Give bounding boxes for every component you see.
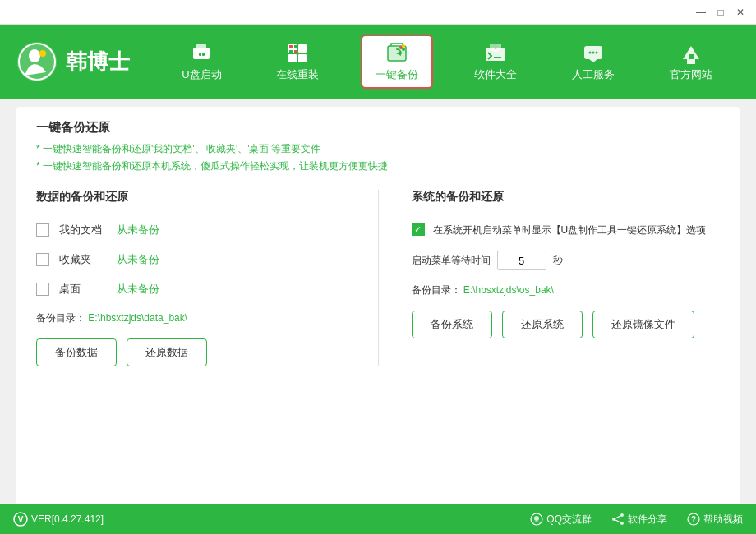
- share-icon: [611, 513, 625, 526]
- svg-marker-28: [589, 59, 597, 62]
- sys-backup-dir-path[interactable]: E:\hbsxtzjds\os_bak\: [463, 284, 554, 296]
- data-backup-dir-path[interactable]: E:\hbsxtzjds\data_bak\: [88, 312, 187, 324]
- data-section: 数据的备份和还原 我的文档 从未备份 收藏夹 从未备份 桌面 从未备份 备份目录…: [36, 190, 345, 366]
- sys-option-text: 在系统开机启动菜单时显示【U盘制作工具一键还原系统】选项: [433, 223, 721, 237]
- nav-tab-udisk-label: U盘启动: [182, 67, 221, 82]
- footer: V VER[0.4.27.412] QQ交流群 软件分享: [0, 504, 756, 534]
- svg-text:V: V: [18, 515, 24, 524]
- checkbox-desktop[interactable]: [36, 283, 49, 296]
- nav-tab-website[interactable]: 官方网站: [657, 36, 726, 87]
- svg-rect-5: [196, 44, 206, 49]
- page-title: 一键备份还原: [36, 120, 720, 136]
- footer-item-help[interactable]: ? 帮助视频: [687, 513, 743, 527]
- nav-tab-reinstall[interactable]: 在线重装: [263, 36, 332, 87]
- desktop-status: 从未备份: [117, 282, 159, 297]
- svg-line-39: [614, 519, 622, 523]
- minimize-button[interactable]: —: [692, 3, 710, 21]
- svg-line-38: [614, 515, 622, 519]
- data-section-title: 数据的备份和还原: [36, 190, 345, 209]
- service-icon: [581, 41, 606, 66]
- nav-tab-backup[interactable]: 一键备份: [361, 35, 433, 89]
- svg-point-25: [589, 52, 592, 54]
- content-area: 数据的备份和还原 我的文档 从未备份 收藏夹 从未备份 桌面 从未备份 备份目录…: [36, 190, 720, 366]
- svg-point-2: [29, 49, 40, 62]
- svg-rect-9: [298, 44, 307, 53]
- desc-line-1: * 一键快速智能备份和还原'我的文档'、'收藏夹'、'桌面'等重要文件: [36, 142, 720, 156]
- data-item-favorites: 收藏夹 从未备份: [36, 252, 345, 267]
- data-btn-row: 备份数据 还原数据: [36, 338, 345, 366]
- svg-point-3: [39, 50, 46, 57]
- section-divider: [378, 190, 379, 366]
- svg-rect-12: [289, 45, 293, 48]
- sys-option-row: ✓ 在系统开机启动菜单时显示【U盘制作工具一键还原系统】选项: [412, 223, 721, 237]
- wait-row: 启动菜单等待时间 秒: [412, 251, 721, 270]
- mydocs-status: 从未备份: [117, 223, 159, 237]
- data-item-mydocs: 我的文档 从未备份: [36, 223, 345, 237]
- udisk-icon: [189, 41, 214, 66]
- maximize-button[interactable]: □: [712, 3, 730, 21]
- svg-rect-13: [294, 45, 297, 48]
- nav-tab-software[interactable]: 软件大全: [461, 36, 530, 87]
- data-item-desktop: 桌面 从未备份: [36, 282, 345, 297]
- nav-tab-service[interactable]: 人工服务: [559, 36, 628, 87]
- checkbox-sys-option[interactable]: ✓: [412, 223, 425, 236]
- svg-text:?: ?: [691, 515, 696, 524]
- nav-tab-website-label: 官方网站: [670, 67, 712, 82]
- version-icon: V: [13, 512, 28, 527]
- share-label: 软件分享: [628, 513, 667, 527]
- footer-version: VER[0.4.27.412]: [31, 513, 104, 525]
- qq-icon: [530, 513, 543, 526]
- backup-data-button[interactable]: 备份数据: [36, 338, 117, 366]
- svg-rect-6: [199, 53, 201, 56]
- svg-point-27: [596, 52, 598, 54]
- nav-tab-service-label: 人工服务: [572, 67, 615, 82]
- sys-section: 系统的备份和还原 ✓ 在系统开机启动菜单时显示【U盘制作工具一键还原系统】选项 …: [412, 190, 721, 366]
- svg-rect-7: [202, 53, 205, 56]
- favorites-status: 从未备份: [117, 252, 159, 267]
- mydocs-label: 我的文档: [59, 223, 108, 237]
- qq-label: QQ交流群: [546, 513, 592, 527]
- backup-sys-button[interactable]: 备份系统: [412, 311, 492, 338]
- sys-section-title: 系统的备份和还原: [412, 190, 721, 209]
- restore-data-button[interactable]: 还原数据: [127, 338, 207, 366]
- footer-right: QQ交流群 软件分享 ? 帮助视频: [530, 513, 743, 527]
- backup-icon: [385, 41, 409, 66]
- reinstall-icon: [285, 41, 310, 66]
- svg-rect-10: [288, 54, 297, 62]
- checkbox-mydocs[interactable]: [36, 223, 49, 237]
- favorites-label: 收藏夹: [59, 252, 108, 267]
- restore-img-button[interactable]: 还原镜像文件: [592, 311, 694, 338]
- footer-item-qq[interactable]: QQ交流群: [530, 513, 592, 527]
- logo-area: 韩博士: [16, 41, 130, 82]
- checkbox-favorites[interactable]: [36, 253, 49, 266]
- software-icon: [483, 41, 508, 66]
- restore-sys-button[interactable]: 还原系统: [502, 311, 583, 338]
- help-label: 帮助视频: [703, 513, 743, 527]
- main-content: 一键备份还原 * 一键快速智能备份和还原'我的文档'、'收藏夹'、'桌面'等重要…: [16, 107, 740, 509]
- svg-rect-30: [689, 54, 694, 59]
- title-bar: — □ ✕: [0, 0, 756, 25]
- svg-rect-11: [298, 54, 307, 62]
- logo-icon: [16, 41, 58, 82]
- svg-rect-14: [289, 50, 293, 53]
- nav-tab-udisk[interactable]: U盘启动: [168, 36, 234, 87]
- wait-label: 启动菜单等待时间: [412, 254, 491, 268]
- svg-point-26: [592, 52, 595, 54]
- wait-input[interactable]: [497, 251, 546, 270]
- help-icon: ?: [687, 513, 700, 526]
- svg-point-21: [402, 48, 405, 51]
- close-button[interactable]: ✕: [731, 3, 749, 21]
- wait-unit: 秒: [553, 254, 563, 268]
- desktop-label: 桌面: [59, 282, 108, 297]
- logo-text: 韩博士: [66, 48, 130, 76]
- svg-rect-29: [687, 59, 695, 64]
- svg-rect-15: [294, 50, 297, 53]
- data-backup-dir: 备份目录： E:\hbsxtzjds\data_bak\: [36, 311, 345, 325]
- sys-btn-row: 备份系统 还原系统 还原镜像文件: [412, 311, 721, 338]
- svg-point-20: [402, 44, 405, 48]
- header: 韩博士 U盘启动 在线重装: [0, 25, 756, 99]
- website-icon: [679, 41, 703, 66]
- sys-backup-dir: 备份目录： E:\hbsxtzjds\os_bak\: [412, 283, 721, 297]
- nav-tab-backup-label: 一键备份: [376, 67, 418, 82]
- footer-item-share[interactable]: 软件分享: [611, 513, 667, 527]
